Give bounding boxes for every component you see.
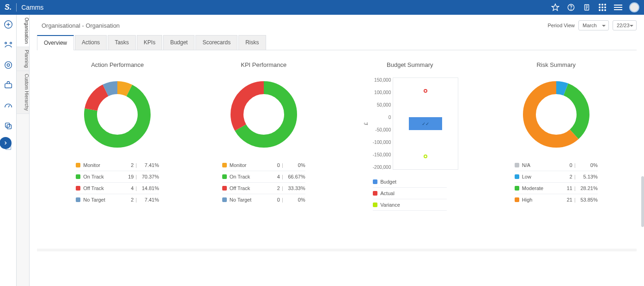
legend-item: Variance	[373, 199, 447, 211]
divider	[16, 3, 17, 12]
budget-chart: £ 150,000100,00050,0000-50,000-100,000-1…	[361, 77, 458, 170]
app-logo: S.	[5, 3, 12, 12]
breadcrumb: Organisational - Organisation	[42, 22, 120, 29]
tab-kpis[interactable]: KPIs	[137, 35, 162, 50]
star-icon[interactable]	[551, 3, 560, 12]
apps-icon[interactable]	[598, 3, 607, 12]
tab-actions[interactable]: Actions	[75, 35, 107, 50]
variance-point	[424, 155, 427, 158]
y-tick: 50,000	[377, 102, 391, 107]
top-bar: S. Camms	[0, 0, 644, 15]
card-title: Budget Summary	[337, 61, 483, 68]
content-tabs: OverviewActionsTasksKPIsBudgetScorecards…	[37, 35, 637, 50]
card-kpi-performance: KPI Performance Monitor0|0%On Track4|66.…	[191, 61, 337, 238]
period-year-select[interactable]: 22/23	[613, 20, 637, 30]
help-icon[interactable]	[566, 3, 576, 12]
vertical-tab-planning[interactable]: Planning	[17, 47, 29, 71]
legend-item: Actual	[373, 188, 447, 199]
legend-item: No Target0|0%	[222, 194, 305, 205]
y-tick: -100,000	[373, 140, 391, 145]
card-action-performance: Action Performance Monitor2|7.41%On Trac…	[44, 61, 191, 238]
svg-point-8	[7, 64, 10, 66]
y-tick: -200,000	[373, 165, 391, 170]
card-budget-summary: Budget Summary £ 150,000100,00050,0000-5…	[337, 61, 483, 238]
legend-item: Monitor2|7.41%	[76, 160, 159, 171]
overview-panel: Action Performance Monitor2|7.41%On Trac…	[37, 50, 637, 249]
legend-item: Off Track2|33.33%	[222, 183, 305, 194]
vertical-tab-organisation[interactable]: Organisation	[17, 15, 29, 47]
clipboard-icon[interactable]	[582, 3, 591, 12]
risk-summary-donut	[519, 77, 593, 151]
svg-point-2	[571, 9, 571, 9]
action-performance-legend: Monitor2|7.41%On Track19|70.37%Off Track…	[76, 160, 159, 205]
left-rail	[0, 15, 17, 286]
budget-y-axis-label: £	[361, 122, 369, 125]
tab-tasks[interactable]: Tasks	[108, 35, 136, 50]
user-avatar[interactable]	[629, 2, 639, 12]
budget-y-axis: 150,000100,00050,0000-50,000-100,000-150…	[369, 77, 393, 170]
actual-point	[424, 89, 427, 93]
budget-legend: BudgetActualVariance	[373, 176, 447, 211]
legend-item: No Target2|7.41%	[76, 194, 159, 205]
briefcase-icon[interactable]	[3, 80, 13, 90]
layers-icon[interactable]	[3, 121, 13, 131]
risk-summary-legend: N/A0|0%Low2|5.13%Moderate11|28.21%High21…	[515, 160, 598, 205]
tab-budget[interactable]: Budget	[163, 35, 194, 50]
action-performance-donut	[80, 77, 154, 151]
period-controls: Period View March 22/23	[548, 20, 637, 30]
legend-item: On Track4|66.67%	[222, 171, 305, 183]
vertical-tabs: OrganisationPlanningCustom Hierarchy	[17, 15, 30, 286]
budget-plot: ✓✓	[393, 77, 458, 170]
tab-overview[interactable]: Overview	[37, 35, 74, 50]
y-tick: 100,000	[374, 90, 391, 95]
org-icon[interactable]	[3, 60, 13, 70]
legend-item: Budget	[373, 176, 447, 188]
legend-item: High21|53.85%	[515, 194, 598, 205]
legend-item: Low2|5.13%	[515, 171, 598, 183]
legend-item: On Track19|70.37%	[76, 171, 159, 183]
legend-item: Moderate11|28.21%	[515, 183, 598, 194]
svg-marker-0	[552, 4, 559, 11]
y-tick: 150,000	[374, 77, 391, 83]
svg-point-7	[5, 62, 12, 69]
tab-scorecards[interactable]: Scorecards	[195, 35, 237, 50]
app-title: Camms	[21, 4, 43, 11]
svg-rect-9	[5, 83, 12, 88]
y-tick: 0	[389, 115, 391, 120]
card-risk-summary: Risk Summary N/A0|0%Low2|5.13%Moderate11…	[483, 61, 630, 238]
kpi-performance-legend: Monitor0|0%On Track4|66.67%Off Track2|33…	[222, 160, 305, 205]
period-month-select[interactable]: March	[578, 20, 609, 30]
svg-point-6	[10, 42, 12, 44]
card-title: Risk Summary	[483, 61, 630, 68]
vertical-tab-custom-hierarchy[interactable]: Custom Hierarchy	[17, 71, 29, 114]
add-icon[interactable]	[3, 19, 13, 30]
card-title: Action Performance	[44, 61, 191, 68]
expand-rail-button[interactable]	[0, 137, 12, 149]
y-tick: -150,000	[373, 152, 391, 157]
menu-icon[interactable]	[614, 3, 623, 12]
legend-item: Off Track4|14.81%	[76, 183, 159, 194]
strategy-icon[interactable]	[3, 40, 13, 50]
legend-item: Monitor0|0%	[222, 160, 305, 171]
legend-item: N/A0|0%	[515, 160, 598, 171]
gauge-icon[interactable]	[3, 101, 13, 111]
main-content: Organisational - Organisation Period Vie…	[30, 15, 644, 286]
tab-risks[interactable]: Risks	[238, 35, 266, 50]
svg-point-5	[5, 42, 6, 44]
scrollbar[interactable]	[641, 176, 644, 227]
budget-bar: ✓✓	[409, 117, 442, 130]
kpi-performance-donut	[227, 77, 301, 151]
card-title: KPI Performance	[191, 61, 337, 68]
y-tick: -50,000	[375, 127, 391, 132]
period-view-label: Period View	[548, 23, 575, 28]
